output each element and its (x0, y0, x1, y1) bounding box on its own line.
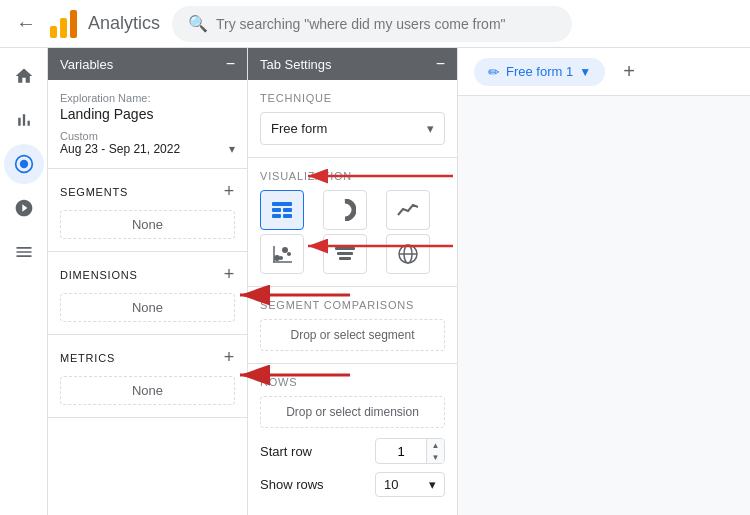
svg-rect-7 (283, 208, 292, 212)
svg-rect-20 (339, 257, 351, 260)
start-row-down-btn[interactable]: ▼ (426, 451, 444, 463)
content-header: ✏ Free form 1 ▼ + (458, 48, 750, 96)
add-tab-btn[interactable]: + (613, 56, 645, 88)
show-rows-label: Show rows (260, 477, 324, 492)
tab-settings-panel: Tab Settings − TECHNIQUE Free form ▾ VIS… (248, 48, 458, 515)
date-custom-label: Custom (60, 130, 235, 142)
tab-edit-icon: ✏ (488, 64, 500, 80)
viz-table-btn[interactable] (260, 190, 304, 230)
header: ← Analytics 🔍 (0, 0, 750, 48)
segments-label: SEGMENTS (60, 186, 128, 198)
metrics-none: None (60, 376, 235, 405)
svg-rect-1 (60, 18, 67, 38)
metrics-add-btn[interactable]: + (224, 347, 235, 368)
logo-text: Analytics (88, 13, 160, 34)
tab-dropdown-btn[interactable]: ▼ (579, 65, 591, 79)
nav-home-icon[interactable] (4, 56, 44, 96)
variables-collapse-btn[interactable]: − (226, 56, 235, 72)
exploration-name-section: Exploration Name: Landing Pages Custom A… (48, 80, 247, 169)
content-area: ✏ Free form 1 ▼ + (458, 48, 750, 515)
variables-header: Variables − (48, 48, 247, 80)
technique-label: TECHNIQUE (260, 92, 445, 104)
segment-comparisons-label: SEGMENT COMPARISONS (260, 299, 445, 311)
show-rows-select[interactable]: 10 ▾ (375, 472, 445, 497)
date-row[interactable]: Aug 23 - Sep 21, 2022 ▾ (60, 142, 235, 156)
svg-point-13 (282, 247, 288, 253)
viz-line-btn[interactable] (386, 190, 430, 230)
main-layout: Variables − Exploration Name: Landing Pa… (0, 48, 750, 515)
metrics-section: METRICS + None (48, 335, 247, 418)
nav-reports-icon[interactable] (4, 100, 44, 140)
svg-point-14 (279, 256, 283, 260)
show-rows-arrow: ▾ (429, 477, 436, 492)
viz-scatter-btn[interactable] (260, 234, 304, 274)
exploration-label: Exploration Name: (60, 92, 235, 104)
segments-section: SEGMENTS + None (48, 169, 247, 252)
free-form-tab[interactable]: ✏ Free form 1 ▼ (474, 58, 605, 86)
variables-title: Variables (60, 57, 113, 72)
date-dropdown-icon[interactable]: ▾ (229, 142, 235, 156)
segments-heading: SEGMENTS + (60, 181, 235, 202)
technique-value: Free form (271, 121, 327, 136)
svg-point-15 (287, 252, 291, 256)
start-row-arrows: ▲ ▼ (426, 439, 444, 463)
dimensions-section: DIMENSIONS + None (48, 252, 247, 335)
variables-panel: Variables − Exploration Name: Landing Pa… (48, 48, 248, 515)
svg-rect-18 (335, 247, 355, 250)
segment-comparisons-section: SEGMENT COMPARISONS Drop or select segme… (248, 287, 457, 364)
dimensions-none: None (60, 293, 235, 322)
svg-rect-8 (272, 214, 281, 218)
segment-drop-zone[interactable]: Drop or select segment (260, 319, 445, 351)
start-row-up-btn[interactable]: ▲ (426, 439, 444, 451)
svg-rect-6 (272, 208, 281, 212)
viz-grid (260, 190, 445, 274)
tab-settings-header: Tab Settings − (248, 48, 457, 80)
svg-rect-5 (272, 202, 292, 206)
search-input[interactable] (216, 16, 556, 32)
tab-settings-collapse-btn[interactable]: − (436, 56, 445, 72)
nav-advertising-icon[interactable] (4, 188, 44, 228)
logo: Analytics (48, 8, 160, 40)
start-row-control: Start row 1 ▲ ▼ (260, 438, 445, 464)
segments-add-btn[interactable]: + (224, 181, 235, 202)
segments-none: None (60, 210, 235, 239)
technique-dropdown-icon: ▾ (427, 121, 434, 136)
svg-point-11 (340, 205, 350, 215)
nav-explore-icon[interactable] (4, 144, 44, 184)
show-rows-value: 10 (384, 477, 398, 492)
rows-drop-zone[interactable]: Drop or select dimension (260, 396, 445, 428)
svg-rect-0 (50, 26, 57, 38)
start-row-input[interactable]: 1 ▲ ▼ (375, 438, 445, 464)
back-button[interactable]: ← (16, 12, 36, 35)
show-rows-control: Show rows 10 ▾ (260, 472, 445, 497)
logo-icon (48, 8, 80, 40)
dimensions-heading: DIMENSIONS + (60, 264, 235, 285)
svg-rect-2 (70, 10, 77, 38)
dimensions-add-btn[interactable]: + (224, 264, 235, 285)
date-range-text: Aug 23 - Sep 21, 2022 (60, 142, 180, 156)
search-icon: 🔍 (188, 14, 208, 33)
nav-admin-icon[interactable] (4, 232, 44, 272)
metrics-heading: METRICS + (60, 347, 235, 368)
tab-settings-title: Tab Settings (260, 57, 332, 72)
start-row-label: Start row (260, 444, 312, 459)
dimensions-label: DIMENSIONS (60, 269, 138, 281)
search-bar[interactable]: 🔍 (172, 6, 572, 42)
visualization-label: VISUALIZATION (260, 170, 445, 182)
svg-rect-19 (337, 252, 353, 255)
metrics-label: METRICS (60, 352, 115, 364)
svg-point-4 (19, 160, 27, 168)
start-row-value: 1 (376, 440, 426, 463)
sidebar-nav (0, 48, 48, 515)
viz-map-btn[interactable] (386, 234, 430, 274)
technique-section: TECHNIQUE Free form ▾ (248, 80, 457, 158)
rows-section: ROWS Drop or select dimension Start row … (248, 364, 457, 515)
svg-rect-9 (283, 214, 292, 218)
viz-donut-btn[interactable] (323, 190, 367, 230)
technique-select[interactable]: Free form ▾ (260, 112, 445, 145)
exploration-name: Landing Pages (60, 106, 235, 122)
visualization-section: VISUALIZATION (248, 158, 457, 287)
rows-label: ROWS (260, 376, 445, 388)
tab-name: Free form 1 (506, 64, 573, 79)
viz-funnel-btn[interactable] (323, 234, 367, 274)
